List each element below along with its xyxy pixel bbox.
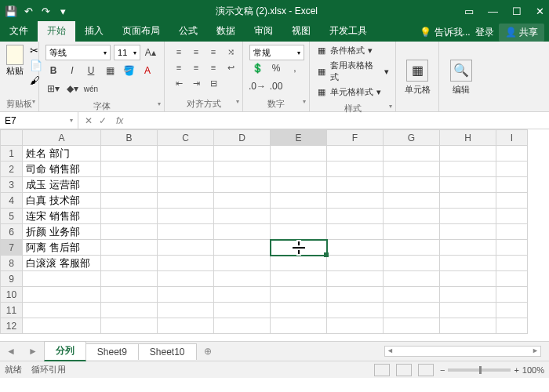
cell-I10[interactable]: [496, 287, 528, 303]
orientation-icon[interactable]: ⤭: [223, 45, 238, 59]
cell-A6[interactable]: 折颜 业务部: [23, 224, 101, 240]
save-icon[interactable]: 💾: [5, 5, 17, 17]
redo-icon[interactable]: ↷: [39, 5, 52, 17]
cell-F8[interactable]: [327, 256, 384, 271]
cell-C5[interactable]: [158, 209, 214, 224]
sheet-nav-prev[interactable]: ◄: [0, 346, 22, 357]
worksheet-grid[interactable]: ABCDEFGHI1姓名 部门2司命 销售部3成玉 运营部4白真 技术部5连宋 …: [0, 129, 549, 341]
grow-font-icon[interactable]: A▴: [144, 45, 158, 60]
align-bottom-icon[interactable]: ≡: [205, 45, 221, 59]
cell-I3[interactable]: [496, 177, 528, 193]
cell-D6[interactable]: [214, 224, 271, 240]
align-left-icon[interactable]: ≡: [171, 60, 187, 74]
cell-G10[interactable]: [384, 287, 440, 303]
cell-D1[interactable]: [214, 146, 271, 162]
share-button[interactable]: 👤 共享: [499, 24, 544, 42]
align-middle-icon[interactable]: ≡: [188, 45, 204, 59]
row-header-6[interactable]: 6: [1, 224, 23, 240]
cell-G6[interactable]: [384, 224, 440, 240]
cell-I11[interactable]: [496, 303, 528, 318]
cell-F12[interactable]: [327, 318, 384, 334]
cell-C9[interactable]: [158, 271, 214, 287]
zoom-level[interactable]: 100%: [522, 365, 544, 375]
cell-G4[interactable]: [384, 193, 440, 209]
cell-H7[interactable]: [440, 240, 496, 256]
row-header-9[interactable]: 9: [1, 271, 23, 287]
cell-C2[interactable]: [158, 162, 214, 177]
cell-D3[interactable]: [214, 177, 271, 193]
align-top-icon[interactable]: ≡: [171, 45, 187, 59]
cell-G2[interactable]: [384, 162, 440, 177]
cell-H6[interactable]: [440, 224, 496, 240]
cell-B6[interactable]: [101, 224, 158, 240]
add-sheet-button[interactable]: ⊕: [196, 346, 220, 357]
cell-C1[interactable]: [158, 146, 214, 162]
wrap-text-icon[interactable]: ↩: [223, 60, 238, 74]
cell-E9[interactable]: [271, 271, 327, 287]
cell-E10[interactable]: [271, 287, 327, 303]
cell-H4[interactable]: [440, 193, 496, 209]
column-header-A[interactable]: A: [23, 130, 101, 146]
row-header-1[interactable]: 1: [1, 146, 23, 162]
close-icon[interactable]: ✕: [536, 5, 544, 17]
border-button[interactable]: ▦: [102, 63, 118, 78]
cell-A9[interactable]: [23, 271, 101, 287]
tab-formula[interactable]: 公式: [169, 21, 207, 42]
paste-button[interactable]: 粘贴: [6, 45, 24, 86]
cell-I7[interactable]: [496, 240, 528, 256]
cell-H5[interactable]: [440, 209, 496, 224]
align-right-icon[interactable]: ≡: [205, 60, 221, 74]
cell-F1[interactable]: [327, 146, 384, 162]
font-name-combo[interactable]: 等线▾: [45, 45, 111, 60]
cell-A7[interactable]: 阿离 售后部: [23, 240, 101, 256]
page-break-view-button[interactable]: [418, 364, 434, 376]
cell-B12[interactable]: [101, 318, 158, 334]
cell-F3[interactable]: [327, 177, 384, 193]
tab-file[interactable]: 文件: [0, 21, 38, 42]
cell-H12[interactable]: [440, 318, 496, 334]
cell-H1[interactable]: [440, 146, 496, 162]
cell-F7[interactable]: [327, 240, 384, 256]
cell-C7[interactable]: [158, 240, 214, 256]
cell-A12[interactable]: [23, 318, 101, 334]
decrease-decimal-icon[interactable]: .00: [268, 78, 284, 94]
font-color-button[interactable]: A: [140, 63, 155, 78]
qat-more-icon[interactable]: ▾: [56, 5, 69, 17]
cell-A3[interactable]: 成玉 运营部: [23, 177, 101, 193]
zoom-in-icon[interactable]: +: [514, 365, 518, 375]
cells-button[interactable]: ▦ 单元格: [405, 60, 431, 96]
cell-H11[interactable]: [440, 303, 496, 318]
cell-E7[interactable]: [271, 240, 327, 256]
tell-me[interactable]: 💡 告诉我...: [420, 26, 470, 39]
cell-D5[interactable]: [214, 209, 271, 224]
tab-view[interactable]: 视图: [282, 21, 320, 42]
fx-icon[interactable]: fx: [113, 115, 126, 126]
cell-C11[interactable]: [158, 303, 214, 318]
sheet-nav-next[interactable]: ►: [22, 346, 44, 357]
column-header-B[interactable]: B: [101, 130, 158, 146]
cell-D4[interactable]: [214, 193, 271, 209]
cell-E5[interactable]: [271, 209, 327, 224]
cell-I9[interactable]: [496, 271, 528, 287]
cell-styles-button[interactable]: ▦单元格样式 ▾: [316, 86, 389, 98]
cell-E8[interactable]: [271, 256, 327, 271]
cell-A1[interactable]: 姓名 部门: [23, 146, 101, 162]
cell-H3[interactable]: [440, 177, 496, 193]
decrease-indent-icon[interactable]: ⇤: [171, 76, 187, 90]
cell-H8[interactable]: [440, 256, 496, 271]
row-header-12[interactable]: 12: [1, 318, 23, 334]
font-size-combo[interactable]: 11▾: [114, 45, 140, 60]
select-all-button[interactable]: [1, 130, 23, 146]
cell-A2[interactable]: 司命 销售部: [23, 162, 101, 177]
row-header-8[interactable]: 8: [1, 256, 23, 271]
cell-B8[interactable]: [101, 256, 158, 271]
column-header-E[interactable]: E: [271, 130, 327, 146]
undo-icon[interactable]: ↶: [22, 5, 35, 17]
cell-G9[interactable]: [384, 271, 440, 287]
cell-C4[interactable]: [158, 193, 214, 209]
cell-C6[interactable]: [158, 224, 214, 240]
align-center-icon[interactable]: ≡: [188, 60, 204, 74]
cell-I4[interactable]: [496, 193, 528, 209]
column-header-G[interactable]: G: [384, 130, 440, 146]
cell-F9[interactable]: [327, 271, 384, 287]
